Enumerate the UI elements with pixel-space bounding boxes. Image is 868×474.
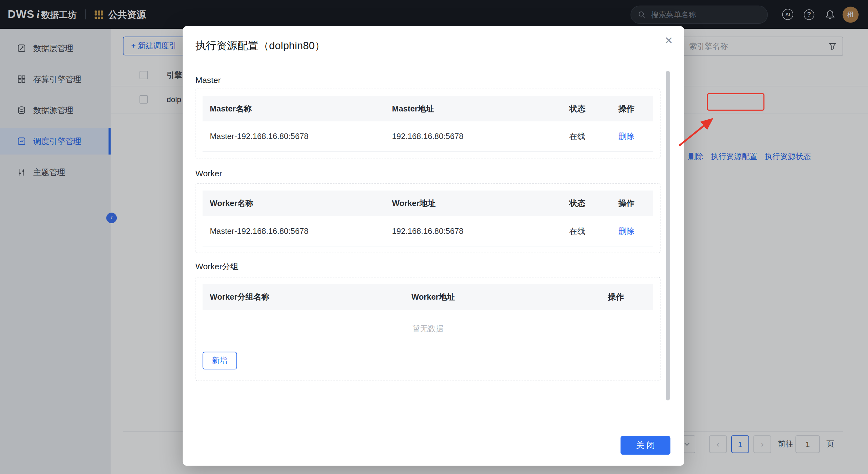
column-header: Worker名称 — [203, 198, 385, 208]
column-header: Worker分组名称 — [203, 292, 404, 302]
master-section: Master名称 Master地址 状态 操作 Master-192.168.1… — [195, 89, 660, 158]
close-button-label: 关 闭 — [636, 440, 655, 451]
viewport: DWS i 数据工坊 公共资源 AI ? 租 数据层管理 存算引擎管理 — [0, 0, 868, 474]
worker-group-section: Worker分组名称 Worker地址 操作 暂无数据 新增 — [195, 277, 660, 381]
worker-group-table-header: Worker分组名称 Worker地址 操作 — [203, 284, 653, 309]
add-button-label: 新增 — [212, 356, 228, 366]
modal-scrollbar-thumb[interactable] — [666, 71, 670, 401]
delete-link-label[interactable]: 删除 — [618, 131, 634, 140]
exec-resource-config-modal: 执行资源配置（dolphin80） × Master Master名称 Mast… — [183, 26, 684, 466]
delete-link-label[interactable]: 删除 — [618, 226, 634, 235]
worker-delete-link[interactable]: 删除 — [611, 226, 653, 236]
modal-title: 执行资源配置（dolphin80） — [195, 39, 326, 53]
annotation-arrow — [672, 112, 722, 152]
worker-section-heading: Worker — [195, 169, 222, 178]
master-name-cell: Master-192.168.16.80:5678 — [203, 132, 385, 141]
annotation-highlight-box — [707, 93, 765, 111]
master-status-cell: 在线 — [562, 131, 611, 142]
worker-table-row: Master-192.168.16.80:5678 192.168.16.80:… — [203, 216, 653, 246]
column-header: 操作 — [601, 292, 653, 302]
column-header: 操作 — [611, 103, 653, 114]
worker-name-cell: Master-192.168.16.80:5678 — [203, 227, 385, 235]
column-header: 状态 — [562, 198, 611, 208]
worker-group-section-heading: Worker分组 — [195, 261, 239, 272]
worker-address-cell: 192.168.16.80:5678 — [385, 227, 562, 235]
add-worker-group-button[interactable]: 新增 — [203, 352, 237, 369]
master-delete-link[interactable]: 删除 — [611, 131, 653, 142]
column-header: Master地址 — [385, 103, 562, 114]
worker-section: Worker名称 Worker地址 状态 操作 Master-192.168.1… — [195, 183, 660, 253]
worker-table-header: Worker名称 Worker地址 状态 操作 — [203, 191, 653, 216]
master-table-header: Master名称 Master地址 状态 操作 — [203, 96, 653, 121]
column-header: 状态 — [562, 103, 611, 114]
empty-data-placeholder: 暂无数据 — [203, 309, 653, 349]
worker-status-cell: 在线 — [562, 226, 611, 236]
modal-close-button[interactable]: 关 闭 — [620, 436, 670, 454]
modal-close-icon[interactable]: × — [665, 34, 673, 47]
column-header: Worker地址 — [404, 292, 601, 302]
master-address-cell: 192.168.16.80:5678 — [385, 132, 562, 141]
column-header: Master名称 — [203, 103, 385, 114]
column-header: Worker地址 — [385, 198, 562, 208]
column-header: 操作 — [611, 198, 653, 208]
master-section-heading: Master — [195, 76, 221, 85]
master-table-row: Master-192.168.16.80:5678 192.168.16.80:… — [203, 121, 653, 151]
